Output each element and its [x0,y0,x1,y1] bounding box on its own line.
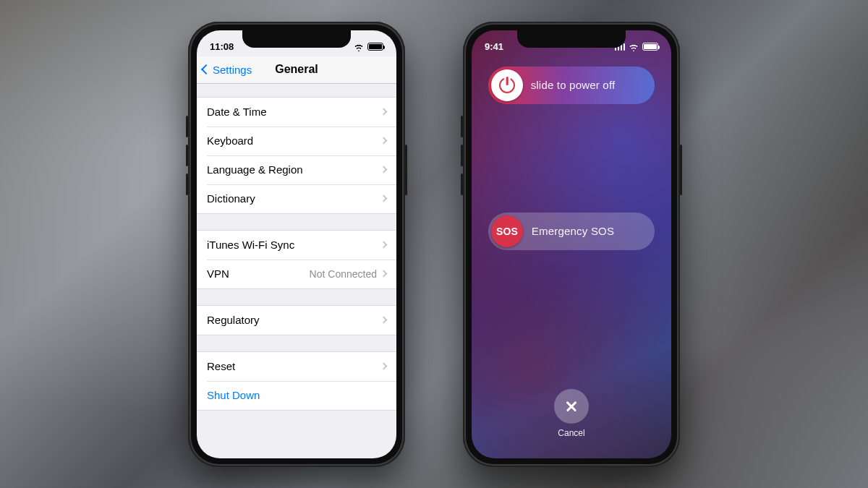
chevron-right-icon [380,241,388,249]
slide-to-power-off[interactable]: slide to power off [488,67,655,104]
row-label: iTunes Wi-Fi Sync [207,239,294,251]
row-label: Language & Region [207,163,303,176]
row-label: VPN [207,267,229,280]
status-time: 9:41 [485,41,503,52]
status-time: 11:08 [210,41,234,52]
row-itunes-wifi-sync[interactable]: iTunes Wi-Fi Sync [197,231,396,260]
row-label: Date & Time [207,106,267,118]
notch [242,30,351,48]
row-label: Shut Down [207,389,260,401]
row-keyboard[interactable]: Keyboard [197,127,396,155]
row-date-time[interactable]: Date & Time [197,98,396,127]
row-shut-down[interactable]: Shut Down [197,381,396,410]
page-title: General [275,63,318,76]
chevron-left-icon [201,64,211,74]
row-label: Regulatory [207,314,260,326]
emergency-sos-slider[interactable]: SOS Emergency SOS [488,213,655,250]
wifi-icon [354,42,364,52]
slider-label: Emergency SOS [523,225,655,237]
row-label: Reset [207,360,235,372]
settings-group: iTunes Wi-Fi Sync VPN Not Connected [197,230,396,289]
settings-group: Date & Time Keyboard Language & Region D… [197,97,396,214]
battery-icon [642,43,658,51]
power-icon [499,77,515,93]
chevron-right-icon [380,363,388,370]
cancel-label: Cancel [558,428,584,438]
phone-left: 11:08 Settings General Date & Time Ke [188,22,405,467]
back-label: Settings [213,64,252,76]
power-off-screen: 9:41 slide to power off SOS Emergency SO… [472,30,671,458]
chevron-right-icon [380,195,388,202]
chevron-right-icon [380,166,388,174]
phone-right: 9:41 slide to power off SOS Emergency SO… [463,22,680,467]
sos-knob-label: SOS [496,226,518,237]
settings-screen: 11:08 Settings General Date & Time Ke [197,30,396,458]
row-vpn[interactable]: VPN Not Connected [197,260,396,288]
slider-label: slide to power off [523,79,655,91]
settings-list: Date & Time Keyboard Language & Region D… [197,84,396,411]
sos-knob[interactable]: SOS [491,215,523,247]
notch [517,30,626,48]
wifi-icon [629,42,639,52]
row-label: Keyboard [207,134,253,147]
row-regulatory[interactable]: Regulatory [197,306,396,335]
close-icon [566,401,577,412]
chevron-right-icon [380,137,388,145]
back-button[interactable]: Settings [203,56,252,83]
chevron-right-icon [380,108,388,116]
status-indicators [354,42,383,52]
settings-group: Reset Shut Down [197,351,396,411]
cancel-area: Cancel [554,389,589,438]
cancel-button[interactable] [554,389,589,424]
chevron-right-icon [380,270,388,278]
battery-icon [367,43,383,51]
settings-group: Regulatory [197,305,396,335]
nav-bar: Settings General [197,56,396,84]
row-value: Not Connected [310,268,377,280]
row-dictionary[interactable]: Dictionary [197,184,396,213]
row-reset[interactable]: Reset [197,352,396,381]
power-knob[interactable] [491,69,523,101]
row-label: Dictionary [207,192,255,205]
row-language-region[interactable]: Language & Region [197,155,396,184]
chevron-right-icon [380,317,388,324]
